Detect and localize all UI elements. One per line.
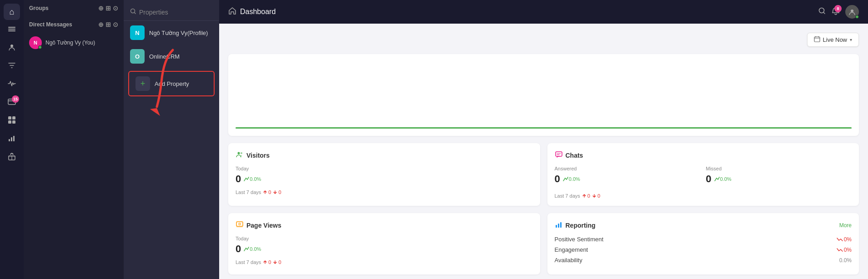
groups-label: Groups bbox=[29, 5, 49, 11]
search-dm-icon[interactable]: ⊙ bbox=[113, 21, 118, 28]
property-name-onlinecrm: OnlineCRM bbox=[149, 53, 180, 60]
layers-icon-btn[interactable] bbox=[4, 22, 20, 38]
svg-rect-17 bbox=[814, 37, 820, 42]
live-now-label: Live Now bbox=[823, 36, 847, 43]
answered-trend: 0.0% bbox=[563, 176, 580, 182]
contacts-icon-btn[interactable] bbox=[4, 40, 20, 56]
left-panel: Groups ⊕ ⊞ ⊙ Direct Messages ⊕ ⊞ ⊙ N Ngô… bbox=[24, 0, 124, 279]
header-user-avatar[interactable] bbox=[845, 5, 859, 19]
visitors-title: Visitors bbox=[236, 150, 533, 160]
stats-row-2: Page Views Today 0 0.0% Last 7 days bbox=[228, 213, 859, 274]
live-now-button[interactable]: Live Now ▾ bbox=[807, 33, 859, 47]
home-icon-btn[interactable]: ⌂ bbox=[4, 4, 20, 20]
svg-point-18 bbox=[238, 152, 240, 154]
dashboard-area: Live Now ▾ bbox=[219, 24, 868, 279]
chats-down-val: 0 bbox=[592, 193, 600, 199]
visitors-card: Visitors Today 0 0.0% Last 7 days bbox=[228, 143, 540, 206]
reporting-more-link[interactable]: More bbox=[839, 222, 852, 229]
pageviews-title-text: Page Views bbox=[246, 222, 281, 229]
svg-rect-7 bbox=[8, 120, 11, 124]
svg-rect-2 bbox=[8, 30, 15, 31]
contacts-icon bbox=[7, 43, 16, 54]
missed-col: Missed 0 0.0% bbox=[706, 166, 852, 189]
direct-messages-header: Direct Messages ⊕ ⊞ ⊙ bbox=[24, 16, 124, 33]
gift-icon-btn[interactable] bbox=[4, 149, 20, 165]
add-property-item[interactable]: + Add Property bbox=[128, 71, 215, 96]
add-property-icon: + bbox=[135, 76, 150, 91]
notification-badge: 8 bbox=[834, 5, 842, 12]
properties-title: Properties bbox=[139, 9, 168, 16]
svg-rect-11 bbox=[13, 136, 15, 141]
current-user-item[interactable]: N Ngô Tường Vy (You) bbox=[24, 33, 124, 53]
reporting-header: Reporting More bbox=[555, 220, 852, 230]
missed-trend: 0.0% bbox=[714, 176, 732, 182]
main-content: Dashboard 8 bbox=[219, 0, 868, 279]
visitors-title-text: Visitors bbox=[246, 152, 270, 159]
positive-sentiment-val: 0% bbox=[837, 236, 852, 243]
availability-label: Availability bbox=[555, 257, 582, 264]
pageviews-value-row: 0 0.0% bbox=[236, 243, 533, 255]
pageviews-up-val: 0 bbox=[263, 259, 271, 265]
dm-icons: ⊕ ⊞ ⊙ bbox=[98, 21, 118, 28]
dashboard-title: Dashboard bbox=[240, 8, 276, 16]
main-header: Dashboard 8 bbox=[219, 0, 868, 24]
stats-row: Visitors Today 0 0.0% Last 7 days bbox=[228, 143, 859, 206]
filter-icon-btn[interactable] bbox=[4, 58, 20, 75]
grid-dm-icon[interactable]: ⊞ bbox=[105, 21, 111, 28]
svg-point-16 bbox=[851, 10, 853, 12]
svg-rect-25 bbox=[560, 222, 562, 228]
properties-search-bar: Properties bbox=[124, 5, 219, 21]
missed-row: 0 0.0% bbox=[706, 173, 852, 185]
gift-icon bbox=[7, 152, 16, 163]
groups-header: Groups ⊕ ⊞ ⊙ bbox=[24, 0, 124, 16]
layout-icon bbox=[7, 115, 16, 127]
live-now-bar: Live Now ▾ bbox=[228, 33, 859, 47]
reporting-rows: Positive Sentiment 0% Engagement 0% bbox=[555, 236, 852, 264]
chart-icon-btn[interactable] bbox=[4, 131, 20, 147]
add-dm-icon[interactable]: ⊕ bbox=[98, 21, 104, 28]
header-home-icon bbox=[228, 7, 236, 17]
chats-last7: Last 7 days 0 0 bbox=[555, 193, 852, 199]
pageviews-trend: 0.0% bbox=[244, 246, 261, 252]
svg-rect-21 bbox=[236, 222, 243, 226]
pageviews-icon bbox=[236, 220, 244, 230]
answered-row: 0 0.0% bbox=[555, 173, 701, 185]
chart-icon bbox=[7, 134, 16, 145]
dropdown-arrow-icon: ▾ bbox=[850, 37, 852, 42]
layout-icon-btn[interactable] bbox=[4, 113, 20, 129]
pulse-icon bbox=[7, 79, 16, 90]
property-item-onlinecrm[interactable]: O OnlineCRM bbox=[124, 45, 219, 68]
svg-rect-20 bbox=[556, 152, 562, 156]
reporting-card: Reporting More Positive Sentiment 0% bbox=[547, 213, 859, 274]
pageviews-down-val: 0 bbox=[273, 259, 281, 265]
chats-columns: Answered 0 0.0% Missed bbox=[555, 166, 852, 189]
engagement-val: 0% bbox=[837, 247, 852, 253]
svg-rect-10 bbox=[11, 137, 12, 141]
svg-rect-1 bbox=[8, 29, 15, 30]
pulse-icon-btn[interactable] bbox=[4, 76, 20, 93]
answered-col: Answered 0 0.0% bbox=[555, 166, 701, 189]
chats-up-val: 0 bbox=[582, 193, 590, 199]
pageviews-last7: Last 7 days 0 0 bbox=[236, 259, 533, 265]
notifications-btn[interactable]: 8 bbox=[832, 7, 840, 17]
chats-icon bbox=[555, 150, 563, 160]
direct-messages-label: Direct Messages bbox=[29, 21, 72, 28]
properties-panel: Properties N Ngô Tường Vy(Profile) O Onl… bbox=[124, 0, 219, 279]
svg-rect-6 bbox=[12, 116, 15, 120]
search-btn[interactable] bbox=[818, 7, 826, 17]
visitors-value: 0 bbox=[236, 173, 241, 185]
property-item-profile[interactable]: N Ngô Tường Vy(Profile) bbox=[124, 21, 219, 45]
inbox-badge: 15 bbox=[12, 95, 19, 103]
inbox-icon-btn[interactable]: 15 bbox=[4, 95, 20, 111]
search-group-icon[interactable]: ⊙ bbox=[113, 5, 118, 12]
add-group-icon[interactable]: ⊕ bbox=[98, 5, 104, 12]
svg-point-22 bbox=[239, 223, 241, 225]
calendar-icon bbox=[814, 36, 820, 44]
svg-point-19 bbox=[241, 152, 242, 154]
visitors-today-label: Today bbox=[236, 166, 533, 171]
layers-icon bbox=[7, 25, 16, 36]
reporting-title-text: Reporting bbox=[566, 222, 596, 229]
header-online-dot bbox=[855, 15, 859, 19]
add-property-label: Add Property bbox=[155, 80, 189, 87]
grid-group-icon[interactable]: ⊞ bbox=[105, 5, 111, 12]
